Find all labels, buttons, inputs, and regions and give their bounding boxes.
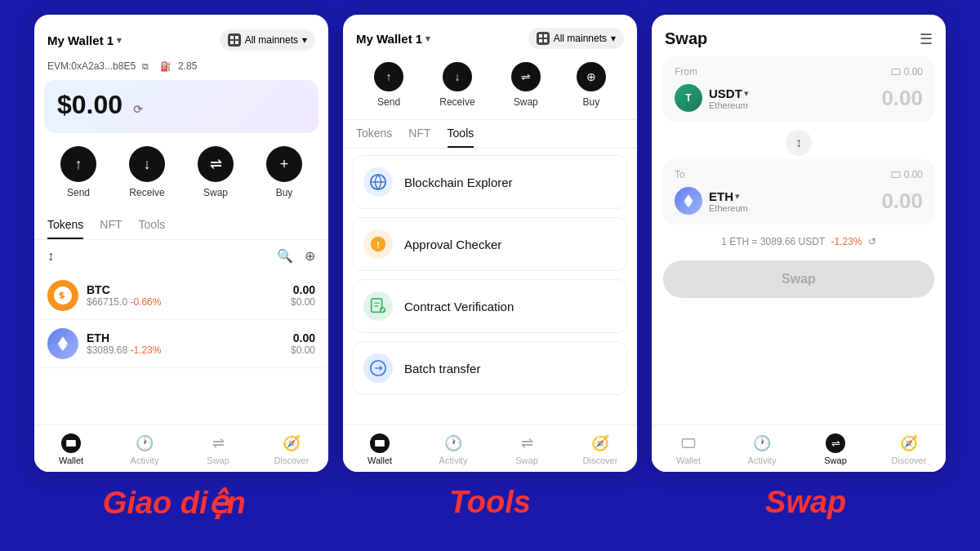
swap-from-label-row: From 0.00 (675, 66, 923, 78)
tools-swap-nav-icon: ⇌ (517, 433, 537, 453)
tools-network-grid-icon (537, 32, 550, 45)
tools-actions-row: ↑ Send ↓ Receive ⇌ Swap ⊕ Buy (343, 56, 637, 120)
tools-tab-nft[interactable]: NFT (408, 120, 430, 148)
token-row-btc[interactable]: BTC $66715.0 -0.66% 0.00 $0.00 (34, 272, 328, 320)
tools-tab-tokens[interactable]: Tokens (356, 120, 392, 148)
swap-nav-activity[interactable]: 🕐 Activity (737, 433, 786, 465)
tools-network-selector[interactable]: All mainnets ▾ (528, 28, 624, 49)
tools-swap-icon: ⇌ (511, 62, 541, 91)
swap-to-amount[interactable]: 0.00 (881, 189, 923, 214)
tools-receive-button[interactable]: ↓ Receive (439, 62, 474, 108)
batch-transfer-label: Batch transfer (404, 362, 480, 375)
eth-amount: 0.00 (291, 331, 315, 344)
swap-execute-button[interactable]: Swap (663, 260, 934, 298)
tab-tools[interactable]: Tools (139, 211, 166, 239)
buy-button[interactable]: + Buy (266, 146, 302, 198)
nav-wallet[interactable]: Wallet (47, 433, 96, 465)
network-selector[interactable]: All mainnets ▾ (220, 29, 315, 51)
tools-nav-wallet[interactable]: Wallet (355, 433, 404, 465)
tools-swap-label: Swap (514, 96, 538, 108)
tool-contract-verification[interactable]: Contract Verification (353, 279, 627, 333)
tools-nav-activity[interactable]: 🕐 Activity (429, 433, 478, 465)
swap-menu-icon[interactable]: ☰ (920, 30, 933, 48)
balance-value: $0.00 (57, 90, 122, 119)
svg-rect-6 (544, 34, 547, 38)
copy-icon[interactable]: ⧉ (142, 61, 149, 72)
tools-wallet-nav-label: Wallet (368, 455, 392, 465)
swap-rate-change: -1.23% (831, 236, 862, 247)
tools-send-button[interactable]: ↑ Send (374, 62, 403, 108)
tools-wallet-header: My Wallet 1 ▾ All mainnets ▾ (343, 15, 637, 56)
swap-nav-swap[interactable]: ⇌ Swap (811, 433, 860, 465)
tool-approval-checker[interactable]: ! Approval Checker (353, 217, 627, 271)
tab-tokens[interactable]: Tokens (47, 211, 83, 239)
search-icon[interactable]: 🔍 (277, 248, 293, 264)
token-row-eth[interactable]: ETH $3089.68 -1.23% 0.00 $0.00 (34, 320, 328, 368)
tools-nav-swap[interactable]: ⇌ Swap (502, 433, 551, 465)
tool-batch-transfer[interactable]: Batch transfer (353, 341, 627, 395)
usdt-logo: T (675, 84, 702, 112)
label-giao-dien: Giao diện (16, 485, 332, 521)
swap-button[interactable]: ⇌ Swap (198, 146, 234, 198)
eth-price: $3089.68 -1.23% (87, 344, 283, 356)
buy-icon-circle: + (266, 146, 302, 182)
wallet-nav-icon (61, 433, 81, 453)
action-buttons-row: ↑ Send ↓ Receive ⇌ Swap + Buy (34, 133, 328, 211)
swap-direction-button[interactable]: ↕ (786, 130, 812, 156)
swap-label: Swap (203, 187, 228, 198)
balance-amount: $0.00 ⟳ (57, 80, 305, 120)
sort-icon[interactable]: ↕ (47, 249, 54, 264)
add-token-icon[interactable]: ⊕ (305, 248, 315, 264)
tool-blockchain-explorer[interactable]: Blockchain Explorer (353, 155, 627, 209)
swap-to-balance-value: 0.00 (904, 169, 923, 180)
swap-nav-wallet[interactable]: Wallet (664, 433, 713, 465)
blockchain-explorer-label: Blockchain Explorer (404, 176, 513, 189)
receive-label: Receive (129, 187, 164, 198)
label-tools: Tools (332, 485, 648, 521)
panel-tools: My Wallet 1 ▾ All mainnets ▾ ↑ Send ↓ Re… (343, 15, 637, 472)
tools-receive-icon: ↓ (443, 62, 472, 91)
refresh-icon[interactable]: ⟳ (133, 103, 143, 116)
swap-from-balance-label: 0.00 (891, 66, 923, 78)
nav-swap[interactable]: ⇌ Swap (194, 433, 243, 465)
wallet-nav-label: Wallet (59, 455, 83, 465)
swap-from-amount[interactable]: 0.00 (881, 86, 923, 111)
swap-to-section: To 0.00 ETH ▾ Ethereum (663, 159, 934, 224)
tab-nft[interactable]: NFT (100, 211, 122, 239)
tools-activity-nav-label: Activity (439, 455, 468, 465)
svg-rect-1 (235, 36, 238, 39)
svg-rect-19 (683, 439, 695, 448)
tokens-list-header: ↕ 🔍 ⊕ (34, 240, 328, 272)
swap-from-label: From (675, 66, 697, 78)
swap-activity-nav-label: Activity (748, 455, 777, 465)
swap-to-network: Ethereum (709, 203, 748, 213)
svg-rect-18 (892, 172, 900, 178)
tools-buy-label: Buy (583, 96, 600, 108)
tools-swap-button[interactable]: ⇌ Swap (511, 62, 541, 108)
tools-nav-discover[interactable]: 🧭 Discover (576, 433, 625, 465)
tools-receive-label: Receive (439, 96, 474, 108)
tools-wallet-name-btn[interactable]: My Wallet 1 ▾ (356, 32, 430, 46)
swap-refresh-icon[interactable]: ↺ (868, 236, 876, 247)
wallet-chevron-icon: ▾ (117, 35, 122, 46)
svg-rect-16 (375, 440, 385, 447)
wallet-name-btn[interactable]: My Wallet 1 ▾ (47, 33, 122, 47)
address-text: EVM:0xA2a3...b8E5 (47, 60, 136, 72)
nav-discover[interactable]: 🧭 Discover (267, 433, 316, 465)
send-button[interactable]: ↑ Send (60, 146, 96, 198)
tools-buy-button[interactable]: ⊕ Buy (577, 62, 606, 108)
tools-wallet-chevron-icon: ▾ (425, 33, 430, 44)
buy-label: Buy (276, 187, 293, 198)
btc-info: BTC $66715.0 -0.66% (87, 283, 283, 308)
tools-tab-tools[interactable]: Tools (448, 120, 474, 148)
btc-usd: $0.00 (291, 296, 315, 308)
nav-activity[interactable]: 🕐 Activity (120, 433, 169, 465)
tools-activity-nav-icon: 🕐 (443, 433, 463, 453)
receive-button[interactable]: ↓ Receive (129, 146, 165, 198)
contract-verification-label: Contract Verification (404, 300, 514, 313)
swap-nav-discover[interactable]: 🧭 Discover (884, 433, 933, 465)
send-label: Send (67, 187, 90, 198)
tools-discover-nav-icon: 🧭 (590, 433, 610, 453)
swap-from-network: Ethereum (709, 100, 749, 110)
swap-to-label: To (675, 169, 685, 180)
